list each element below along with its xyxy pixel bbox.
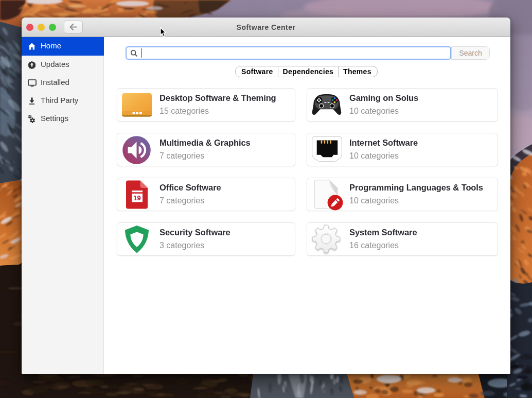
svg-text:19: 19 [133,194,140,202]
